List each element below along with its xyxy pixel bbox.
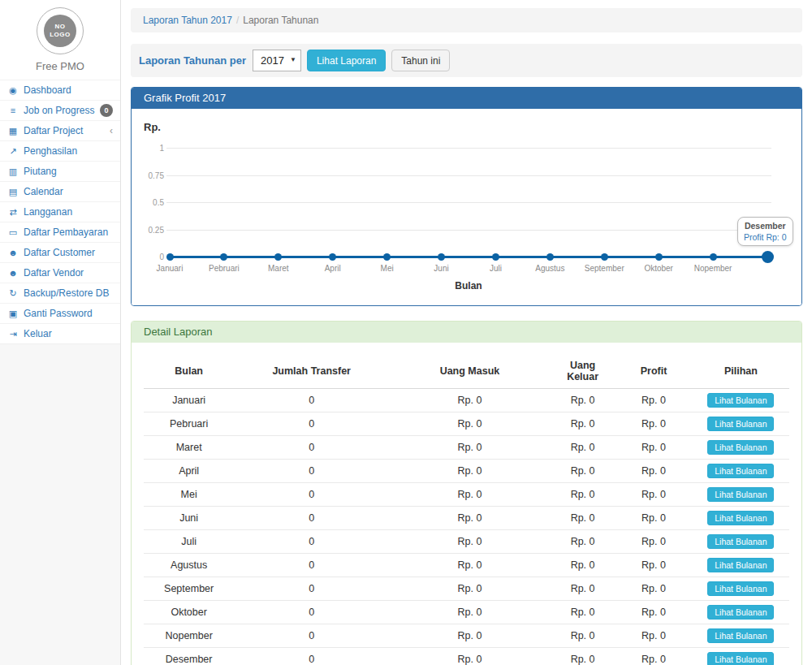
sign-out-icon: ⇥ bbox=[7, 327, 19, 340]
month-cell: Pebruari bbox=[144, 412, 234, 436]
lihat-bulanan-button-pebruari[interactable]: Lihat Bulanan bbox=[707, 417, 774, 431]
chart-point-nopember[interactable] bbox=[710, 253, 717, 261]
transfer-count-cell: 0 bbox=[234, 389, 389, 412]
lihat-bulanan-button-maret[interactable]: Lihat Bulanan bbox=[707, 440, 774, 455]
chart-tooltip-title: Desember bbox=[744, 221, 787, 231]
chart-point-april[interactable] bbox=[329, 253, 336, 261]
uang-keluar-cell: Rp. 0 bbox=[551, 577, 615, 601]
sidebar-item-daftar-vendor[interactable]: ☻Daftar Vendor bbox=[0, 262, 120, 283]
gridline bbox=[166, 148, 771, 149]
uang-masuk-cell: Rp. 0 bbox=[389, 577, 551, 601]
uang-keluar-cell: Rp. 0 bbox=[551, 554, 615, 577]
table-row-januari: Januari0Rp. 0Rp. 0Rp. 0Lihat Bulanan bbox=[144, 389, 789, 412]
chart-point-oktober[interactable] bbox=[655, 253, 663, 261]
uang-masuk-cell: Rp. 0 bbox=[389, 507, 551, 530]
lihat-bulanan-button-nopember[interactable]: Lihat Bulanan bbox=[707, 628, 774, 643]
transfer-count-cell: 0 bbox=[234, 507, 389, 530]
refresh-icon: ↻ bbox=[7, 287, 19, 300]
lihat-bulanan-button-april[interactable]: Lihat Bulanan bbox=[707, 464, 774, 478]
lihat-bulanan-button-juli[interactable]: Lihat Bulanan bbox=[707, 534, 774, 549]
sidebar-item-label: Langganan bbox=[24, 205, 72, 218]
action-cell: Lihat Bulanan bbox=[693, 483, 789, 507]
sidebar-item-daftar-project[interactable]: ▦Daftar Project‹ bbox=[0, 120, 120, 140]
breadcrumb-link-laporan-tahun[interactable]: Laporan Tahun 2017 bbox=[143, 15, 232, 26]
chart-point-maret[interactable] bbox=[274, 253, 282, 261]
lihat-bulanan-button-agustus[interactable]: Lihat Bulanan bbox=[707, 558, 774, 572]
sidebar-item-backup-restore-db[interactable]: ↻Backup/Restore DB bbox=[0, 283, 120, 303]
uang-keluar-cell: Rp. 0 bbox=[551, 436, 615, 460]
report-controls-label: Laporan Tahunan per bbox=[139, 54, 246, 67]
transfer-count-cell: 0 bbox=[234, 460, 389, 483]
table-row-pebruari: Pebruari0Rp. 0Rp. 0Rp. 0Lihat Bulanan bbox=[144, 412, 789, 436]
profit-cell: Rp. 0 bbox=[615, 507, 692, 530]
chart-point-juni[interactable] bbox=[438, 253, 445, 261]
chart-point-desember[interactable] bbox=[762, 251, 774, 263]
lihat-bulanan-button-desember[interactable]: Lihat Bulanan bbox=[707, 652, 774, 665]
lihat-bulanan-button-oktober[interactable]: Lihat Bulanan bbox=[707, 605, 774, 620]
sidebar-item-ganti-password[interactable]: ▣Ganti Password bbox=[0, 303, 120, 323]
logo: NOLOGO Free PMO bbox=[0, 0, 120, 80]
sidebar-item-piutang[interactable]: ▥Piutang bbox=[0, 161, 120, 181]
chart-point-pebruari[interactable] bbox=[220, 253, 227, 261]
sidebar-menu: ◉Dashboard≡Job on Progress0▦Daftar Proje… bbox=[0, 80, 120, 343]
sidebar-item-label: Job on Progress bbox=[24, 104, 94, 117]
x-tick-label: Januari bbox=[141, 264, 198, 273]
profit-cell: Rp. 0 bbox=[615, 483, 692, 507]
year-select[interactable]: 2017 bbox=[253, 50, 301, 71]
uang-keluar-cell: Rp. 0 bbox=[551, 389, 615, 412]
x-tick-label: Mei bbox=[359, 264, 416, 273]
report-controls: Laporan Tahunan per 2017 ▼ Lihat Laporan… bbox=[131, 44, 802, 77]
chart-tooltip: DesemberProfit Rp: 0 bbox=[737, 217, 793, 246]
uang-keluar-cell: Rp. 0 bbox=[551, 460, 615, 483]
table-header-row: BulanJumlah TransferUang MasukUang Kelua… bbox=[144, 355, 789, 389]
sidebar-item-label: Daftar Pembayaran bbox=[24, 226, 108, 239]
gridline bbox=[166, 230, 771, 231]
lihat-laporan-button[interactable]: Lihat Laporan bbox=[307, 50, 386, 71]
lihat-bulanan-button-januari[interactable]: Lihat Bulanan bbox=[707, 393, 774, 408]
column-header-pilihan: Pilihan bbox=[693, 355, 789, 389]
sidebar-item-label: Daftar Project bbox=[24, 124, 83, 137]
y-tick-label: 0.25 bbox=[144, 226, 164, 235]
sidebar-item-penghasilan[interactable]: ↗Penghasilan bbox=[0, 140, 120, 161]
chart-point-juli[interactable] bbox=[492, 253, 499, 261]
profit-cell: Rp. 0 bbox=[615, 577, 692, 601]
chart-point-mei[interactable] bbox=[383, 253, 391, 261]
action-cell: Lihat Bulanan bbox=[693, 436, 789, 460]
profit-cell: Rp. 0 bbox=[615, 601, 692, 624]
lihat-bulanan-button-mei[interactable]: Lihat Bulanan bbox=[707, 487, 774, 502]
sidebar-item-keluar[interactable]: ⇥Keluar bbox=[0, 323, 120, 343]
sidebar-item-label: Backup/Restore DB bbox=[24, 287, 109, 300]
sidebar-item-job-on-progress[interactable]: ≡Job on Progress0 bbox=[0, 100, 120, 120]
column-header-bulan: Bulan bbox=[144, 355, 234, 389]
sidebar-item-label: Penghasilan bbox=[24, 145, 77, 158]
sidebar-item-dashboard[interactable]: ◉Dashboard bbox=[0, 80, 120, 100]
sidebar-item-daftar-pembayaran[interactable]: ▭Daftar Pembayaran bbox=[0, 222, 120, 242]
sidebar-item-label: Ganti Password bbox=[24, 307, 93, 320]
detail-laporan-panel: Detail Laporan BulanJumlah TransferUang … bbox=[131, 321, 802, 665]
uang-masuk-cell: Rp. 0 bbox=[389, 412, 551, 436]
month-cell: Juni bbox=[144, 507, 234, 530]
lihat-bulanan-button-september[interactable]: Lihat Bulanan bbox=[707, 581, 774, 596]
sidebar-item-langganan[interactable]: ⇄Langganan bbox=[0, 201, 120, 222]
chart-point-september[interactable] bbox=[601, 253, 608, 261]
sidebar-item-label: Calendar bbox=[24, 185, 63, 198]
uang-masuk-cell: Rp. 0 bbox=[389, 648, 551, 665]
profit-chart: Rp.10.750.50.250JanuariPebruariMaretApri… bbox=[144, 121, 789, 293]
profit-cell: Rp. 0 bbox=[615, 460, 692, 483]
sidebar-item-label: Dashboard bbox=[24, 84, 71, 97]
tahun-ini-button[interactable]: Tahun ini bbox=[391, 50, 450, 71]
sidebar-item-daftar-customer[interactable]: ☻Daftar Customer bbox=[0, 242, 120, 262]
month-cell: April bbox=[144, 460, 234, 483]
table-row-oktober: Oktober0Rp. 0Rp. 0Rp. 0Lihat Bulanan bbox=[144, 601, 789, 624]
profit-chart-panel-title: Grafik Profit 2017 bbox=[132, 88, 801, 109]
chevron-left-icon: ‹ bbox=[110, 124, 113, 137]
sidebar-item-calendar[interactable]: ▤Calendar bbox=[0, 181, 120, 201]
chart-point-januari[interactable] bbox=[166, 253, 174, 261]
chart-point-agustus[interactable] bbox=[546, 253, 554, 261]
lihat-bulanan-button-juni[interactable]: Lihat Bulanan bbox=[707, 511, 774, 525]
y-tick-label: 1 bbox=[144, 144, 164, 153]
breadcrumb-current: Laporan Tahunan bbox=[243, 15, 318, 26]
profit-series-line bbox=[170, 256, 767, 258]
action-cell: Lihat Bulanan bbox=[693, 460, 789, 483]
tasks-icon: ≡ bbox=[7, 104, 19, 117]
